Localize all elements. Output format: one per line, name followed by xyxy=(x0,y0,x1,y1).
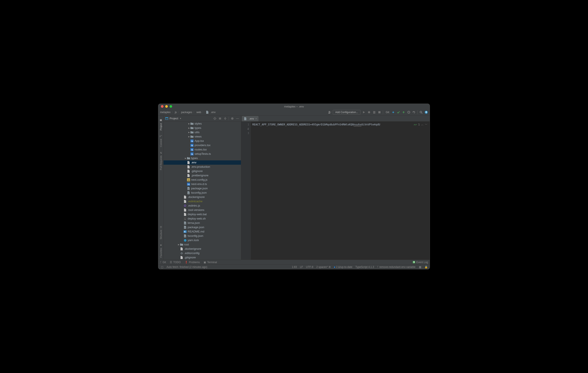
expand-toggle-icon[interactable]: ▶ xyxy=(184,156,187,160)
tree-row[interactable]: ▶utils xyxy=(164,130,241,134)
titlebar: metaplex – .env xyxy=(158,104,430,109)
locate-icon[interactable] xyxy=(213,117,217,120)
terminal-icon: ▣ xyxy=(204,261,206,264)
tool-window-icon[interactable]: ▢ xyxy=(160,265,164,269)
tool-event-log[interactable]: 9Event Log xyxy=(413,261,428,264)
tree-row[interactable]: ▶types xyxy=(164,156,241,160)
code-content[interactable]: ▶ REACT_APP_STORE_OWNER_ADDRESS_ADDRESS=… xyxy=(251,121,430,260)
txt-icon xyxy=(183,208,187,212)
rail-commit[interactable]: Commit ⎇ xyxy=(159,132,162,149)
minimize-pane-icon[interactable]: — xyxy=(236,117,239,120)
tree-row[interactable]: TSroutes.tsx xyxy=(164,147,241,152)
tree-row[interactable]: .env.production xyxy=(164,165,241,169)
tree-row[interactable]: .env xyxy=(164,160,241,165)
breadcrumb-item[interactable]: js xyxy=(175,111,177,114)
memory-icon[interactable]: ▦ xyxy=(419,265,421,269)
tree-row[interactable]: .eslintcache xyxy=(164,199,241,204)
tool-terminal[interactable]: ▣Terminal xyxy=(204,261,217,264)
expand-toggle-icon[interactable]: ▶ xyxy=(188,134,190,139)
editor-tab[interactable]: .env × xyxy=(242,116,259,121)
tree-row[interactable]: ▶styles xyxy=(164,121,241,126)
breadcrumb-item[interactable]: web xyxy=(197,111,201,114)
rail-structure[interactable]: Structure ☰ xyxy=(160,223,162,241)
lock-icon[interactable]: 🔒 xyxy=(424,265,428,269)
tree-row[interactable]: .eslintrc.js xyxy=(164,204,241,208)
tree-row[interactable]: .tool-versions xyxy=(164,208,241,212)
tree-row[interactable]: deploy-web.sh xyxy=(164,217,241,221)
tree-row[interactable]: .gitignore xyxy=(164,255,241,260)
tree-row[interactable]: JSnext.config.js xyxy=(164,178,241,182)
tree-row[interactable]: yarn.lock xyxy=(164,238,241,242)
typescript-version[interactable]: TypeScript 4.1.3 xyxy=(356,265,374,269)
expand-toggle-icon[interactable]: ▶ xyxy=(188,130,190,134)
debug-icon[interactable] xyxy=(367,110,371,114)
collapse-all-icon[interactable] xyxy=(223,117,227,120)
git-commit-icon[interactable] xyxy=(397,110,400,114)
tree-row[interactable]: {}tsconfig.json xyxy=(164,234,241,238)
git-pull-icon[interactable] xyxy=(391,110,395,114)
tree-row[interactable]: {}package.json xyxy=(164,186,241,191)
git-push-icon[interactable] xyxy=(402,110,405,114)
svg-point-29 xyxy=(184,239,186,241)
rollback-icon[interactable] xyxy=(412,110,416,114)
expand-toggle-icon[interactable]: ▶ xyxy=(188,121,190,126)
tree-row[interactable]: M↓README.md xyxy=(164,230,241,234)
history-icon[interactable] xyxy=(407,110,410,114)
expand-toggle-icon[interactable]: ▶ xyxy=(177,242,180,247)
stop-icon[interactable] xyxy=(378,110,381,114)
tree-row[interactable]: .dockerignore xyxy=(164,195,241,199)
project-tree[interactable]: ▶styles▶types▶utils▶viewsTSApp.tsxTSprov… xyxy=(164,121,241,260)
tree-row[interactable]: deploy-web.bat xyxy=(164,212,241,217)
rail-project[interactable]: Project ▦ xyxy=(160,117,162,132)
run-icon[interactable] xyxy=(362,110,366,114)
coverage-icon[interactable] xyxy=(373,110,376,114)
rail-pull-requests[interactable]: Pull Requests ⇅ xyxy=(160,149,162,172)
line-separator[interactable]: LF xyxy=(300,265,303,269)
tree-row[interactable]: .editorconfig xyxy=(164,251,241,255)
tool-problems[interactable]: ❗Problems xyxy=(185,261,200,264)
cursor-position[interactable]: 1:83 xyxy=(292,265,297,269)
inspection-widget[interactable]: ✔✔ 1 ︿ ﹀ xyxy=(414,122,428,127)
txt-icon xyxy=(187,174,190,177)
expand-all-icon[interactable] xyxy=(218,117,222,120)
fold-icon[interactable]: ▶ xyxy=(248,127,249,131)
tree-item-label: .eslintrc.js xyxy=(188,204,200,208)
search-icon[interactable] xyxy=(419,110,423,114)
gear-icon[interactable] xyxy=(231,117,234,120)
chevron-down-icon[interactable]: ﹀ xyxy=(425,122,428,127)
close-tab-icon[interactable]: × xyxy=(255,117,257,120)
breadcrumb-item[interactable]: packages xyxy=(181,111,192,114)
folder-icon: ▦ xyxy=(160,119,162,122)
tree-row[interactable]: ▶types xyxy=(164,126,241,130)
tree-row[interactable]: TSproviders.tsx xyxy=(164,143,241,147)
tree-row[interactable]: ▶rust xyxy=(164,242,241,247)
svg-text:{}: {} xyxy=(185,236,186,237)
tree-row[interactable]: {}lerna.json xyxy=(164,221,241,225)
tree-row[interactable]: {}tsconfig.json xyxy=(164,191,241,195)
tree-row[interactable]: .gitignore xyxy=(164,169,241,173)
chevron-right-icon: 〉 xyxy=(193,110,196,114)
git-status[interactable]: ● 2 Δ/up-to-date xyxy=(334,265,352,269)
rail-favorites[interactable]: Favorites ★ xyxy=(160,241,162,260)
project-pane-title[interactable]: Project ▼ xyxy=(165,117,181,120)
tool-git[interactable]: ᚶGit xyxy=(160,261,166,264)
tree-row[interactable]: TSsetupTests.ts xyxy=(164,152,241,156)
breadcrumb-item[interactable]: metaplex xyxy=(160,111,171,114)
code-editor[interactable]: 123 ▶ REACT_APP_STORE_OWNER_ADDRESS_ADDR… xyxy=(241,121,430,260)
tree-row[interactable]: {}package.json xyxy=(164,225,241,230)
add-configuration-button[interactable]: Add Configuration... xyxy=(333,110,360,115)
tree-row[interactable]: ▶views xyxy=(164,134,241,139)
sync-icon[interactable] xyxy=(424,110,428,114)
git-branch[interactable]: ᚶ remove-redundant-env-variable xyxy=(377,265,415,269)
tree-row[interactable]: TSApp.tsx xyxy=(164,139,241,143)
tree-row[interactable]: TSnext-env.d.ts xyxy=(164,182,241,186)
expand-toggle-icon[interactable]: ▶ xyxy=(188,126,190,130)
chevron-up-icon[interactable]: ︿ xyxy=(421,122,424,127)
tree-row[interactable]: .dockerignore xyxy=(164,247,241,251)
file-encoding[interactable]: UTF-8 xyxy=(306,265,313,269)
tool-todo[interactable]: ☰TODO xyxy=(170,261,180,264)
user-icon[interactable]: ▾ xyxy=(328,110,331,114)
breadcrumb-item[interactable]: .env xyxy=(211,111,216,114)
tree-row[interactable]: .prettierignore xyxy=(164,173,241,178)
indent-setting[interactable]: 2 spaces* ⚙ xyxy=(316,265,331,269)
